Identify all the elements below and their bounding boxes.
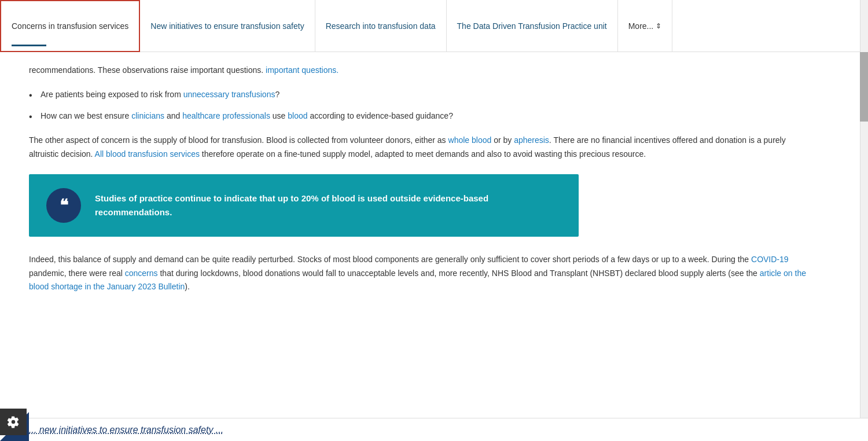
bottom-nav-hint: ... new initiatives to ensure transfusio… xyxy=(0,418,868,441)
nav-item-concerns[interactable]: Concerns in transfusion services xyxy=(0,0,140,52)
scrollbar-thumb[interactable] xyxy=(860,52,868,122)
covid-link: COVID-19 xyxy=(751,255,789,264)
bullet-link-1: unnecessary transfusions xyxy=(183,90,275,99)
nav-label-initiatives: New initiatives to ensure transfusion sa… xyxy=(150,21,304,31)
supply-link-1: whole blood xyxy=(448,135,492,145)
nav-label-research: Research into transfusion data xyxy=(326,21,436,31)
supply-text-4: therefore operate on a fine-tuned supply… xyxy=(200,149,646,159)
bottom-nav-text: ... new initiatives to ensure transfusio… xyxy=(29,425,223,435)
supply-text-1: The other aspect of concern is the suppl… xyxy=(29,135,448,145)
supply-text-2: or by xyxy=(491,135,514,145)
list-item: How can we best ensure clinicians and he… xyxy=(29,109,816,122)
quote-block: ❝ Studies of practice continue to indica… xyxy=(29,174,579,237)
bottom-text-1: Indeed, this balance of supply and deman… xyxy=(29,255,751,264)
nav-item-research[interactable]: Research into transfusion data xyxy=(315,0,447,52)
nav-item-initiatives[interactable]: New initiatives to ensure transfusion sa… xyxy=(140,0,315,52)
supply-link-3: All blood transfusion services xyxy=(95,149,200,159)
nav-bar: Concerns in transfusion services New ini… xyxy=(0,0,868,52)
bullet-list: Are patients being exposed to risk from … xyxy=(29,88,816,122)
bullet-text-2b: and xyxy=(164,111,182,120)
bullet-text-1b: ? xyxy=(275,90,279,99)
bullet-text-1: Are patients being exposed to risk from xyxy=(41,90,183,99)
bottom-text-2: pandemic, there were real xyxy=(29,269,125,278)
nav-item-data-driven[interactable]: The Data Driven Transfusion Practice uni… xyxy=(447,0,618,52)
nav-label-concerns: Concerns in transfusion services xyxy=(12,21,128,31)
bottom-paragraph: Indeed, this balance of supply and deman… xyxy=(29,253,816,294)
quote-text: Studies of practice continue to indicate… xyxy=(95,192,561,219)
bullet-text-2a: How can we best ensure xyxy=(41,111,131,120)
chevron-icon: ⇕ xyxy=(656,22,661,30)
quote-mark: ❝ xyxy=(60,197,68,214)
partial-text: recommendations. These observations rais… xyxy=(29,64,816,76)
supply-paragraph: The other aspect of concern is the suppl… xyxy=(29,134,816,161)
important-questions-link: important questions. xyxy=(266,65,339,75)
nav-item-more[interactable]: More... ⇕ xyxy=(618,0,673,52)
bullet-link-2c: blood xyxy=(288,111,307,120)
nav-label-data-driven: The Data Driven Transfusion Practice uni… xyxy=(457,21,607,31)
list-item: Are patients being exposed to risk from … xyxy=(29,88,816,101)
main-content: recommendations. These observations rais… xyxy=(0,52,845,317)
scrollbar[interactable] xyxy=(860,0,868,441)
nav-label-more: More... xyxy=(628,21,654,31)
settings-button[interactable] xyxy=(0,409,27,435)
partial-text-content: recommendations. These observations rais… xyxy=(29,65,263,75)
bottom-text-4: ). xyxy=(185,282,190,291)
page-wrapper: Concerns in transfusion services New ini… xyxy=(0,0,868,441)
bullet-link-2b: healthcare professionals xyxy=(182,111,270,120)
bullet-text-2c: use xyxy=(270,111,288,120)
gear-icon xyxy=(7,416,20,428)
bullet-text-2d: according to evidence-based guidance? xyxy=(308,111,453,120)
concerns-link: concerns xyxy=(125,269,158,278)
bullet-link-2a: clinicians xyxy=(131,111,164,120)
quote-icon: ❝ xyxy=(46,188,81,223)
supply-link-2: apheresis xyxy=(514,135,549,145)
bottom-text-3: that during lockdowns, blood donations w… xyxy=(158,269,760,278)
